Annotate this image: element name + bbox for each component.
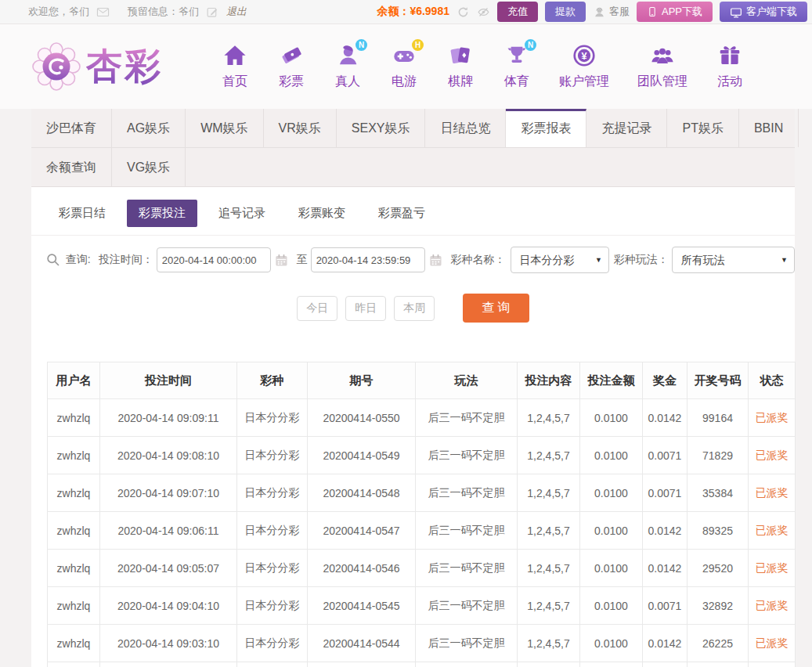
tab[interactable]: WM娱乐 — [186, 109, 263, 147]
sub-tab[interactable]: 彩票日结 — [47, 200, 117, 227]
tab[interactable]: PT娱乐 — [667, 109, 738, 147]
mail-icon[interactable] — [96, 5, 110, 19]
cards-icon — [448, 43, 473, 68]
cell: 0.0100 — [580, 587, 643, 625]
cell: 2020-04-14 09:04:10 — [100, 587, 237, 625]
tab[interactable]: 账变报表 — [799, 109, 812, 147]
nav-item[interactable]: 活动 — [716, 43, 744, 90]
cell: 0.0100 — [580, 474, 643, 512]
refresh-icon[interactable] — [457, 5, 470, 19]
logout-link[interactable]: 退出 — [226, 5, 247, 19]
query-bar: 查询: 投注时间： 至 彩种名称： 日本分分彩▼ 彩种玩法： 所有玩法▼ — [31, 236, 795, 273]
cell: 日本分分彩 — [237, 399, 308, 437]
cell: 1,2,4,5,7 — [518, 437, 580, 474]
nav-item[interactable]: 棋牌 — [446, 43, 475, 90]
sub-tab-bar: 彩票日结彩票投注追号记录彩票账变彩票盈亏 — [31, 187, 795, 236]
gamepad-icon: H — [392, 43, 417, 68]
nav-item-label: 电游 — [390, 74, 418, 90]
cell: 0.0100 — [580, 550, 643, 587]
team-icon — [650, 43, 675, 68]
withdraw-button[interactable]: 提款 — [545, 2, 586, 22]
badge-h: H — [412, 39, 424, 51]
cell: 26225 — [687, 625, 749, 662]
content-card: 沙巴体育AG娱乐WM娱乐VR娱乐SEXY娱乐日结总览彩票报表充提记录PT娱乐BB… — [31, 109, 795, 667]
nav-item[interactable]: ¥账户管理 — [559, 43, 609, 90]
nav-item[interactable]: H电游 — [390, 43, 418, 90]
tab[interactable]: 余额查询 — [31, 148, 112, 186]
tab[interactable]: VR娱乐 — [264, 109, 337, 147]
cell: 2020-04-14 09:05:07 — [100, 550, 237, 587]
cell: zwhzlq — [48, 512, 100, 550]
customer-service-link[interactable]: 客服 — [593, 5, 630, 19]
nav-item[interactable]: 团队管理 — [637, 43, 687, 90]
edit-icon[interactable] — [206, 5, 219, 19]
sub-tab[interactable]: 追号记录 — [207, 200, 277, 227]
nav-item[interactable]: N真人 — [334, 43, 362, 90]
sub-tab[interactable]: 彩票账变 — [287, 200, 357, 227]
cell: zwhzlq — [48, 662, 100, 667]
cell: 1,2,4,5,7 — [518, 399, 580, 437]
tab[interactable]: 沙巴体育 — [31, 109, 112, 147]
tab[interactable]: AG娱乐 — [112, 109, 186, 147]
cell: 0.0071 — [643, 437, 687, 474]
cell: 后三一码不定胆 — [416, 625, 518, 662]
calendar-icon[interactable] — [428, 253, 443, 268]
nav-item-label: 彩票 — [277, 74, 305, 90]
to-label: 至 — [297, 253, 308, 267]
tab[interactable]: 彩票报表 — [506, 109, 586, 147]
tab[interactable]: 日结总览 — [425, 109, 506, 147]
this-week-button[interactable]: 本周 — [394, 296, 435, 321]
cell: 0.0142 — [643, 625, 687, 662]
cell: 日本分分彩 — [237, 512, 308, 550]
cell: 35384 — [687, 474, 749, 512]
service-person-icon — [593, 5, 606, 19]
app-download-button[interactable]: APP下载 — [637, 2, 713, 22]
cell: 20200414-0544 — [308, 625, 416, 662]
tab[interactable]: SEXY娱乐 — [337, 109, 426, 147]
tab-bar-row1: 沙巴体育AG娱乐WM娱乐VR娱乐SEXY娱乐日结总览彩票报表充提记录PT娱乐BB… — [31, 109, 795, 148]
lottery-select[interactable]: 日本分分彩▼ — [511, 247, 609, 273]
cell: 0.0071 — [643, 474, 687, 512]
topbar: 欢迎您，爷们 预留信息：爷们 退出 余额：¥6.9981 充值 提款 客服 A — [0, 0, 812, 24]
cell: 后三一码不定胆 — [416, 437, 518, 474]
sub-tab[interactable]: 彩票盈亏 — [366, 200, 437, 227]
client-download-button[interactable]: 客户端下载 — [720, 2, 807, 22]
calendar-icon[interactable] — [274, 253, 289, 268]
cell: 2020-04-14 09:03:10 — [100, 625, 237, 662]
tab[interactable]: BBIN — [739, 109, 799, 147]
nav-item[interactable]: N体育 — [503, 43, 531, 90]
bet-time-end-input[interactable] — [311, 247, 425, 272]
search-button[interactable]: 查 询 — [463, 294, 529, 323]
tab[interactable]: 充提记录 — [586, 109, 667, 147]
lottery-ticket-icon — [279, 43, 304, 68]
cell: 20200414-0550 — [308, 399, 416, 437]
status-cell: 已派奖 — [749, 625, 796, 662]
yesterday-button[interactable]: 昨日 — [345, 296, 386, 321]
recharge-button[interactable]: 充值 — [497, 2, 538, 22]
column-header: 投注内容 — [518, 362, 580, 399]
badge-n: N — [355, 39, 367, 51]
nav-item[interactable]: 彩票 — [277, 43, 305, 90]
column-header: 奖金 — [643, 362, 687, 399]
cell: 日本分分彩 — [237, 550, 308, 587]
sub-tab[interactable]: 彩票投注 — [127, 200, 197, 227]
site-header: 杏彩 首页彩票N真人H电游棋牌N体育¥账户管理团队管理活动 — [0, 24, 812, 109]
bet-time-start-input[interactable] — [157, 247, 271, 272]
brand-logo[interactable]: 杏彩 — [31, 41, 163, 92]
tab[interactable]: VG娱乐 — [112, 148, 186, 186]
cell: 0.0142 — [643, 399, 687, 437]
svg-text:¥: ¥ — [581, 51, 586, 62]
cell: 0.0142 — [643, 550, 687, 587]
cell: 后三一码不定胆 — [416, 512, 518, 550]
cell: 20200414-0548 — [308, 474, 416, 512]
cell: 日本分分彩 — [237, 625, 308, 662]
today-button[interactable]: 今日 — [297, 296, 337, 321]
cell: 1,2,4,5,7 — [518, 587, 580, 625]
monitor-icon — [730, 6, 742, 18]
cell: 89325 — [687, 512, 749, 550]
play-type-select[interactable]: 所有玩法▼ — [672, 247, 795, 273]
cell: 99164 — [687, 399, 749, 437]
cell: 后三一码不定胆 — [416, 587, 518, 625]
eye-off-icon[interactable] — [477, 5, 490, 19]
nav-item[interactable]: 首页 — [221, 43, 249, 90]
